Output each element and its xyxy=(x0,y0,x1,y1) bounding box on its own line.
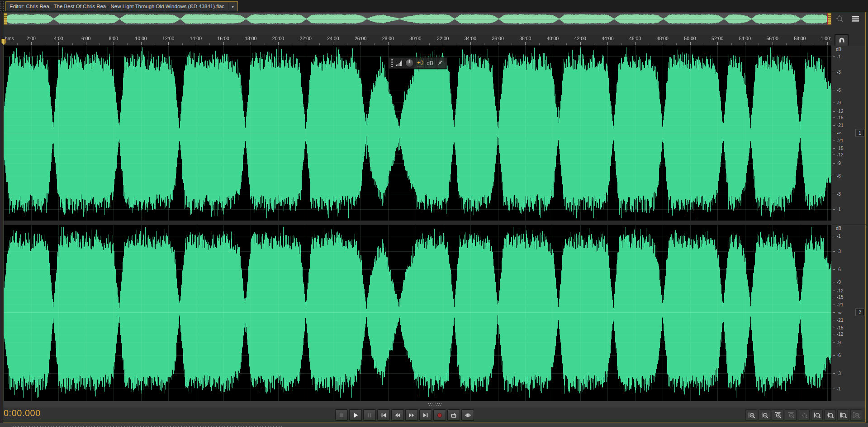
skip-to-previous-button[interactable] xyxy=(377,409,390,421)
stop-button[interactable] xyxy=(335,409,348,421)
db-tick-label: -12 xyxy=(837,109,843,114)
ruler-tick xyxy=(278,42,279,45)
db-tick-label: -9 xyxy=(837,340,841,345)
snap-toggle-button[interactable] xyxy=(835,34,849,47)
zoom-navigator-icon[interactable] xyxy=(835,14,845,24)
ruler-time-label: 48:00 xyxy=(657,36,669,41)
db-tick-mark xyxy=(833,176,835,176)
gain-knob[interactable] xyxy=(405,59,414,67)
zoom-in-at-out-point-button[interactable] xyxy=(824,409,836,421)
pin-icon[interactable] xyxy=(436,60,443,66)
ruler-tick xyxy=(814,43,814,45)
overview-range-handle-left[interactable] xyxy=(4,13,7,25)
ruler-tick xyxy=(265,43,265,45)
ruler-tick xyxy=(443,42,443,45)
ruler-time-label: 56:00 xyxy=(766,36,778,41)
zoom-reset-button[interactable] xyxy=(798,409,810,421)
db-tick-label: -21 xyxy=(837,302,843,307)
db-tick-label: -1 xyxy=(837,54,841,59)
tab-dropdown-icon[interactable]: ▾ xyxy=(231,4,235,9)
ruler-tick xyxy=(745,42,745,45)
db-tick-label: -15 xyxy=(837,325,843,330)
db-tick-mark xyxy=(833,103,835,103)
db-tick-mark xyxy=(833,111,835,112)
ruler-time-label: 8:00 xyxy=(109,36,118,41)
rewind-button[interactable] xyxy=(391,409,404,421)
db-tick-mark xyxy=(833,133,835,133)
waveform-canvas[interactable] xyxy=(4,46,831,401)
ruler-tick xyxy=(580,42,581,45)
divider-grip-icon[interactable] xyxy=(428,403,442,406)
ruler-tick xyxy=(676,43,677,45)
db-center-label: -∞ xyxy=(837,131,841,136)
gain-value[interactable]: +0 xyxy=(417,60,423,66)
db-tick-mark xyxy=(833,373,835,374)
ruler-tick xyxy=(649,43,649,45)
file-overview-bar[interactable] xyxy=(4,13,831,25)
zoom-in-at-in-point-button[interactable] xyxy=(811,409,823,421)
db-tick-mark xyxy=(833,117,835,118)
zoom-amplitude-reset-button[interactable] xyxy=(850,409,862,421)
db-tick-mark xyxy=(833,328,835,328)
skip-selection-button[interactable] xyxy=(461,409,474,421)
tab-close-icon[interactable]: × xyxy=(187,2,194,9)
zoom-in-amplitude-button[interactable] xyxy=(745,409,757,421)
ruler-time-label: 16:00 xyxy=(217,36,229,41)
db-tick-mark xyxy=(833,291,835,291)
ruler-time-label: 44:00 xyxy=(602,36,613,41)
editor-file-tab[interactable]: Editor: Chris Rea - The Best Of Chris Re… xyxy=(5,1,238,11)
db-center-label: -∞ xyxy=(837,310,841,315)
ruler-tick xyxy=(566,43,567,45)
overview-waveform-canvas[interactable] xyxy=(4,13,831,25)
zoom-in-time-button[interactable] xyxy=(772,409,783,421)
ruler-tick xyxy=(168,42,169,45)
time-display[interactable]: 0:00.000 xyxy=(4,408,41,419)
current-time-indicator-line xyxy=(4,46,4,401)
panel-menu-icon[interactable] xyxy=(850,14,861,24)
volume-hud[interactable]: +0 dB xyxy=(388,57,447,69)
db-scale-gutter[interactable]: dB-1-1-3-3-6-6-9-9-12-12-15-15-21-21-∞1d… xyxy=(832,46,865,401)
ruler-time-label: 20:00 xyxy=(272,36,284,41)
ruler-time-label: 28:00 xyxy=(382,36,394,41)
panel-drag-grip-icon[interactable] xyxy=(0,1,4,11)
db-scale-header: dB xyxy=(836,226,841,231)
ruler-time-label: 50:00 xyxy=(684,36,696,41)
ruler-time-label: 12:00 xyxy=(162,36,174,41)
db-tick-mark xyxy=(833,269,835,270)
ruler-time-label: 32:00 xyxy=(437,36,449,41)
db-tick-mark xyxy=(833,355,835,356)
channel-badge[interactable]: 1 xyxy=(856,130,864,136)
channel-badge[interactable]: 2 xyxy=(856,309,864,316)
ruler-tick xyxy=(374,43,375,45)
skip-to-previous-icon xyxy=(380,412,387,419)
ruler-tick xyxy=(553,42,553,45)
db-tick-label: -3 xyxy=(837,249,841,254)
ruler-time-label: 46:00 xyxy=(629,36,641,41)
ruler-tick xyxy=(292,43,292,45)
zoom-in-amplitude-icon xyxy=(748,411,755,419)
skip-to-next-button[interactable] xyxy=(419,409,432,421)
transport-controls xyxy=(335,409,474,421)
db-tick-label: -9 xyxy=(837,161,841,166)
zoom-amplitude-reset-icon xyxy=(853,411,860,419)
overview-range-handle-right[interactable] xyxy=(828,13,831,25)
db-tick-label: -6 xyxy=(837,87,841,92)
magnet-icon xyxy=(838,37,846,45)
zoom-out-time-button[interactable] xyxy=(785,409,797,421)
ruler-tick xyxy=(690,42,691,45)
play-button[interactable] xyxy=(349,409,362,421)
rewind-icon xyxy=(394,412,401,419)
ruler-time-label: 58:00 xyxy=(794,36,806,41)
record-button[interactable] xyxy=(433,409,446,421)
db-tick-mark xyxy=(833,194,835,194)
volume-bars-icon xyxy=(396,60,402,66)
zoom-to-selection-button[interactable] xyxy=(837,409,849,421)
pause-button[interactable] xyxy=(363,409,376,421)
db-tick-mark xyxy=(833,334,835,334)
zoom-out-amplitude-button[interactable] xyxy=(759,409,770,421)
hud-drag-grip-icon[interactable] xyxy=(391,59,393,67)
fast-forward-button[interactable] xyxy=(405,409,418,421)
loop-playback-button[interactable] xyxy=(447,409,460,421)
ruler-tick xyxy=(141,42,142,45)
timeline-ruler[interactable]: hms 2:004:006:008:0010:0012:0014:0016:00… xyxy=(4,35,831,46)
